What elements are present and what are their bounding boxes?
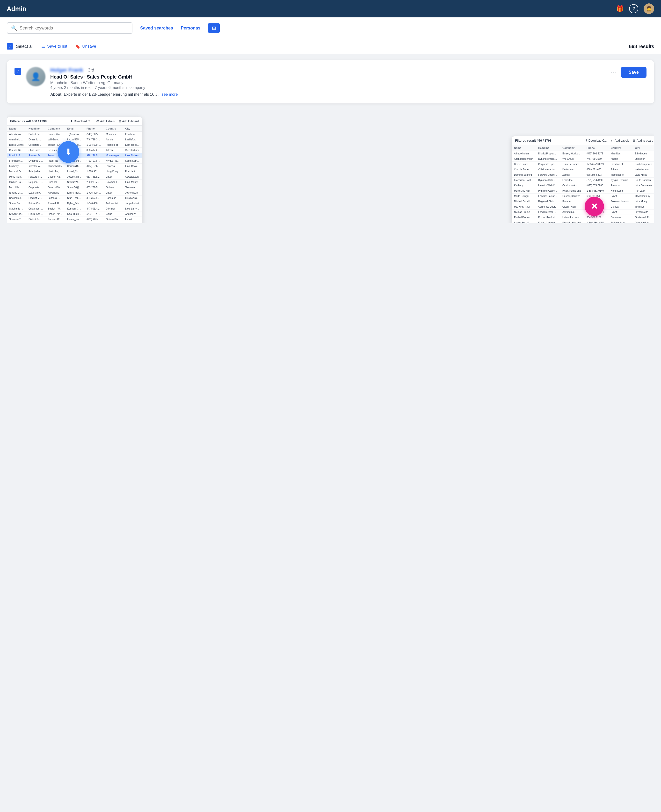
panel-2-table-header: Name Headline Company Phone Country City (512, 145, 654, 151)
profile-about: About: Experte in der B2B-Leadgenerierun… (50, 93, 647, 97)
profile-name[interactable]: Holger Frank (50, 67, 83, 73)
table-row[interactable]: Mildred BartellRegional Division Planner… (512, 199, 654, 204)
list-icon: ☰ (42, 44, 45, 49)
board-icon-2: ⊞ (633, 139, 635, 142)
profile-location: Mannheim, Baden-Württemberg, Germany (50, 81, 647, 85)
about-label: About: (50, 93, 63, 96)
app-title: Admin (7, 5, 26, 13)
select-all-group: ✓ Select all (7, 43, 34, 49)
col2-city: City (632, 145, 654, 151)
see-more-link[interactable]: ...see more (158, 93, 178, 96)
saved-searches-button[interactable]: Saved searches (140, 26, 173, 31)
table-row[interactable]: Mack McGlynnPrincipal ApplicationsHyatt,… (7, 169, 142, 174)
panel-1-board-btn[interactable]: ⊞ Add to board (118, 120, 139, 123)
toolbar-left: ✓ Select all ☰ Save to list 🔖 Unsave (7, 43, 96, 49)
select-all-label: Select all (16, 44, 34, 49)
col2-headline: Headline (536, 145, 560, 151)
table-row[interactable]: Alten HeidenreichDynamic Interactions De… (7, 137, 142, 142)
table-row[interactable]: Steven GislasonFuture Applications Engin… (7, 211, 142, 217)
search-box[interactable]: 🔍 (7, 22, 133, 34)
profile-card-header: ✓ 👤 Holger Frank · 3rd Head Of Sales · S… (14, 67, 647, 97)
col-company: Company (45, 126, 65, 132)
table-row[interactable]: Alfredo NolanDistrict Program Specialist… (7, 132, 142, 137)
bookmark-icon: 🔖 (75, 44, 80, 49)
table-row[interactable]: Bessie JohnsCorporate OptimizationTurner… (512, 162, 654, 167)
profile-info: Holger Frank · 3rd Head Of Sales · Sales… (50, 67, 647, 97)
table-row[interactable]: Stephanie BrodtkeCustomer Intranet Speci… (7, 206, 142, 211)
profile-actions: ··· Save (611, 67, 647, 78)
close-icon: ✕ (591, 201, 598, 211)
unsave-button[interactable]: 🔖 Unsave (75, 44, 96, 49)
table-row[interactable]: Merle ReingerForward Factors DeveloperCa… (512, 193, 654, 199)
table-row[interactable]: Ms. Hilda RathCorporate Operations Offic… (7, 185, 142, 190)
profile-degree: · 3rd (86, 68, 94, 73)
save-profile-button[interactable]: Save (621, 67, 647, 78)
panel-1-header: Filtered result 456 / 1798 ⬇ Download C.… (7, 117, 142, 126)
cloud-download-icon: ⬇ (65, 147, 72, 157)
panel-1-download-btn[interactable]: ⬇ Download C... (70, 120, 92, 123)
trello-button[interactable]: ⊞ (208, 23, 220, 34)
download-icon: ⬇ (70, 120, 73, 123)
main-content: ✓ 👤 Holger Frank · 3rd Head Of Sales · S… (0, 54, 661, 229)
table-row[interactable]: Shane Botz Sr.Future Creative DirectorRu… (512, 220, 654, 223)
profile-avatar: 👤 (26, 67, 45, 86)
user-avatar[interactable]: 👩 (643, 3, 654, 14)
table-row[interactable]: Suzanne TurnerDistrict Functionality Ass… (7, 217, 142, 222)
profile-card: ✓ 👤 Holger Frank · 3rd Head Of Sales · S… (7, 60, 654, 104)
col-email: Email (65, 126, 84, 132)
overlay-section: Filtered result 456 / 1798 ⬇ Download C.… (7, 107, 654, 223)
table-row[interactable]: Francisco TrantowDynamic Data Supervisor… (512, 178, 654, 183)
table-row[interactable]: Alfredo NolanDistrict Program Specialist… (512, 151, 654, 156)
app-header: Admin 🎁 ? 👩 (0, 0, 661, 18)
panel-2-table: Name Headline Company Phone Country City… (512, 145, 654, 223)
panel-2-labels-btn[interactable]: 🏷 Add Labels (610, 139, 629, 142)
table-row[interactable]: Nicolas CrooksLead Markets ConsultantAnk… (512, 209, 654, 215)
table-row[interactable]: Mack McGlynnPrincipal ApplicationsHyatt,… (512, 188, 654, 193)
panel-1-table: Name Headline Company Email Phone Countr… (7, 126, 142, 223)
table-row[interactable]: Merle ReingerForward Factors DeveloperCa… (7, 174, 142, 180)
profile-checkbox[interactable]: ✓ (14, 68, 21, 75)
table-row[interactable]: Rachel KlockoProduct Markets DeveloperLe… (512, 215, 654, 220)
results-toolbar: ✓ Select all ☰ Save to list 🔖 Unsave 668… (0, 39, 661, 54)
results-count: 668 results (629, 44, 654, 49)
panel-2-title: Filtered result 456 / 1798 (515, 139, 581, 142)
search-input[interactable] (19, 26, 128, 31)
col2-company: Company (560, 145, 584, 151)
table-row[interactable]: Claudia BodeChief Interactions Strategis… (512, 167, 654, 172)
col2-phone: Phone (584, 145, 608, 151)
close-button[interactable]: ✕ (584, 197, 604, 216)
select-all-checkbox[interactable]: ✓ (7, 43, 13, 49)
panel-2-download-btn[interactable]: ⬇ Download C... (585, 139, 607, 142)
table-row[interactable]: Dominic SanfordForward Directives Superv… (512, 172, 654, 178)
gift-icon[interactable]: 🎁 (616, 5, 624, 13)
board-icon: ⊞ (118, 120, 121, 123)
save-to-list-button[interactable]: ☰ Save to list (42, 44, 67, 49)
label-icon-2: 🏷 (610, 139, 614, 142)
col2-name: Name (512, 145, 536, 151)
more-options-button[interactable]: ··· (611, 69, 617, 76)
col-headline: Headline (26, 126, 45, 132)
col-name: Name (7, 126, 26, 132)
profile-tenure: 4 years 2 months in role | 7 years 6 mon… (50, 86, 647, 90)
table-row[interactable]: Rachel KlockoProduct Markets DeveloperLe… (7, 196, 142, 201)
table-row[interactable]: KimberlyInvestor Web CoordinatorCrucksha… (7, 164, 142, 169)
help-icon[interactable]: ? (629, 4, 638, 13)
col-country: Country (104, 126, 123, 132)
panel-2-board-btn[interactable]: ⊞ Add to board (633, 139, 653, 142)
cloud-download-button[interactable]: ⬇ (57, 141, 79, 163)
about-text: Experte in der B2B-Leadgenerierung mit m… (64, 93, 157, 96)
table-row[interactable]: Alten HeidenreichDynamic Interactions De… (512, 156, 654, 162)
label-icon: 🏷 (96, 120, 99, 123)
col-city: City (123, 126, 142, 132)
table-row[interactable]: KimberlyInvestor Web CoordinatorCrucksha… (512, 183, 654, 188)
personas-button[interactable]: Personas (181, 26, 200, 31)
profile-name-row: Holger Frank · 3rd (50, 67, 647, 73)
trello-icon: ⊞ (212, 25, 216, 31)
table-row[interactable]: Ms. Hilda RathCorporate Operations Offic… (512, 204, 654, 209)
panel-1-labels-btn[interactable]: 🏷 Add Labels (96, 120, 115, 123)
data-table-panel-2: Filtered result 456 / 1798 ⬇ Download C.… (512, 136, 654, 223)
table-row[interactable]: Mildred BartellRegional Division Planner… (7, 180, 142, 185)
table-row[interactable]: Terrence Turcotte IIRegional Integration… (7, 222, 142, 223)
table-row[interactable]: Nicolas CrooksLead Markets ConsultantAnk… (7, 190, 142, 196)
table-row[interactable]: Shane Botz Sr.Future Creative DirectorRu… (7, 201, 142, 206)
